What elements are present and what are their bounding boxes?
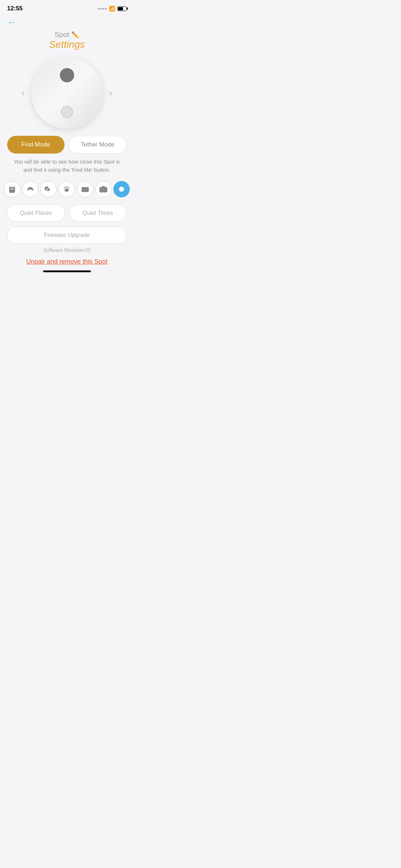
car-icon xyxy=(26,185,35,193)
device-name: Spot xyxy=(55,31,69,39)
svg-point-5 xyxy=(102,188,105,191)
mode-buttons: Find Mode Tether Mode xyxy=(0,136,134,154)
svg-point-2 xyxy=(67,186,68,188)
svg-rect-4 xyxy=(82,187,89,192)
device-dot-bottom xyxy=(61,106,73,118)
category-key[interactable] xyxy=(40,181,57,197)
signal-dots-icon xyxy=(98,8,107,10)
home-indicator xyxy=(43,270,91,272)
quiet-buttons: Quiet Places Quiet Times xyxy=(0,205,134,222)
find-mode-button[interactable]: Find Mode xyxy=(7,136,65,154)
device-image xyxy=(31,57,103,129)
next-device-button[interactable]: › xyxy=(103,84,119,102)
device-area: ‹ › xyxy=(0,54,134,136)
svg-point-3 xyxy=(68,187,70,188)
category-dot[interactable] xyxy=(113,181,130,197)
category-wallet[interactable] xyxy=(77,181,93,197)
svg-point-1 xyxy=(66,186,67,188)
dot-icon xyxy=(117,185,126,193)
main-content: ← Spot ✏️ Settings ‹ › Find Mode Tether … xyxy=(0,14,134,283)
svg-point-6 xyxy=(119,187,124,192)
category-camera[interactable] xyxy=(95,181,112,197)
wallet-icon xyxy=(81,185,89,193)
header: Spot ✏️ Settings xyxy=(0,31,134,54)
battery-icon xyxy=(117,6,127,11)
category-row xyxy=(0,181,134,197)
category-pet[interactable] xyxy=(58,181,75,197)
category-bag[interactable] xyxy=(4,181,20,197)
header-spot-row: Spot ✏️ xyxy=(7,31,127,39)
pencil-icon[interactable]: ✏️ xyxy=(71,31,79,39)
camera-icon xyxy=(99,185,108,193)
bottom-section: Unpair and remove this Spot xyxy=(0,258,134,283)
page-title: Settings xyxy=(7,39,127,50)
status-icons: 📶 xyxy=(98,6,127,11)
quiet-places-button[interactable]: Quiet Places xyxy=(7,205,65,222)
quiet-times-button[interactable]: Quiet Times xyxy=(69,205,127,222)
paw-icon xyxy=(62,185,71,193)
tether-mode-button[interactable]: Tether Mode xyxy=(69,136,127,154)
status-bar: 12:55 📶 xyxy=(0,0,134,14)
back-button[interactable]: ← xyxy=(0,14,134,31)
bag-icon xyxy=(8,185,16,193)
mode-description: You will be able to see how close this S… xyxy=(0,158,134,174)
category-car[interactable] xyxy=(22,181,38,197)
back-arrow-icon: ← xyxy=(7,17,16,27)
device-dot-top xyxy=(60,68,74,82)
prev-device-button[interactable]: ‹ xyxy=(15,84,31,102)
software-revision: Software Revision:02 xyxy=(0,247,134,253)
key-icon xyxy=(44,185,53,193)
status-time: 12:55 xyxy=(7,5,22,12)
svg-point-0 xyxy=(64,187,65,188)
firmware-upgrade-button[interactable]: Fireware Upgrade xyxy=(7,227,127,244)
unpair-link[interactable]: Unpair and remove this Spot xyxy=(0,258,134,265)
wifi-icon: 📶 xyxy=(109,6,115,11)
